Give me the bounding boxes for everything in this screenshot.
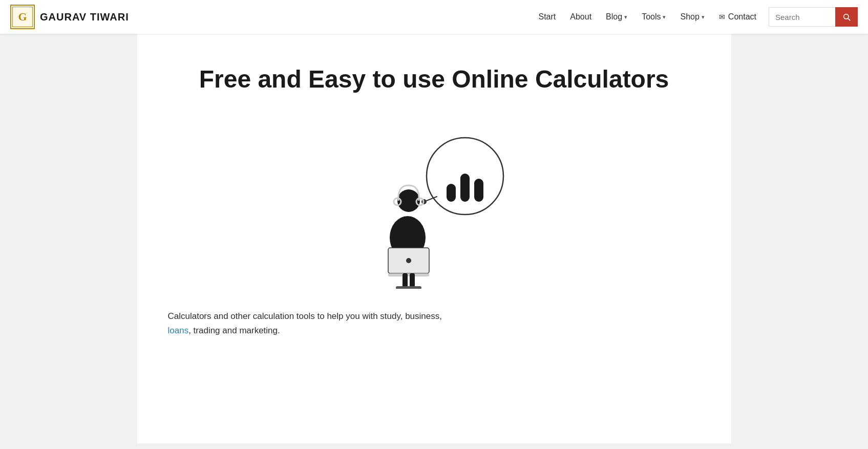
svg-rect-20: [396, 286, 421, 289]
svg-point-17: [406, 258, 411, 263]
svg-line-4: [848, 18, 850, 20]
search-wrapper: [769, 7, 858, 27]
content-card: Free and Easy to use Online Calculators: [137, 34, 731, 443]
site-title: GAURAV TIWARI: [40, 11, 129, 23]
search-icon: [842, 13, 851, 21]
search-button[interactable]: [835, 7, 858, 27]
nav-start[interactable]: Start: [532, 8, 562, 26]
svg-rect-6: [447, 184, 456, 202]
search-input[interactable]: [769, 7, 835, 27]
nav-shop[interactable]: Shop ▾: [674, 8, 710, 26]
svg-rect-16: [388, 273, 429, 276]
main-nav: Start About Blog ▾ Tools ▾ Shop ▾ ✉ Cont…: [532, 7, 858, 27]
tools-chevron-icon: ▾: [663, 14, 666, 20]
logo-link[interactable]: G GAURAV TIWARI: [10, 5, 129, 29]
description-text: Calculators and other calculation tools …: [158, 309, 452, 339]
description-part1: Calculators and other calculation tools …: [168, 311, 442, 321]
shop-chevron-icon: ▾: [702, 14, 705, 20]
logo-icon: G: [10, 5, 35, 29]
svg-text:G: G: [18, 10, 27, 23]
svg-rect-7: [460, 174, 470, 202]
nav-blog[interactable]: Blog ▾: [600, 8, 633, 26]
loans-link[interactable]: loans: [168, 326, 189, 335]
page-title: Free and Easy to use Online Calculators: [199, 65, 669, 94]
nav-about[interactable]: About: [564, 8, 598, 26]
page-wrapper: Free and Easy to use Online Calculators: [76, 34, 793, 443]
svg-rect-8: [474, 179, 483, 202]
envelope-icon: ✉: [719, 13, 725, 21]
site-header: G GAURAV TIWARI Start About Blog ▾ Tools…: [0, 0, 868, 34]
description-part3: , trading and marketing.: [188, 326, 280, 335]
nav-tools[interactable]: Tools ▾: [636, 8, 672, 26]
blog-chevron-icon: ▾: [624, 14, 627, 20]
nav-contact[interactable]: ✉ Contact: [713, 8, 763, 26]
calculator-illustration: [347, 125, 521, 289]
